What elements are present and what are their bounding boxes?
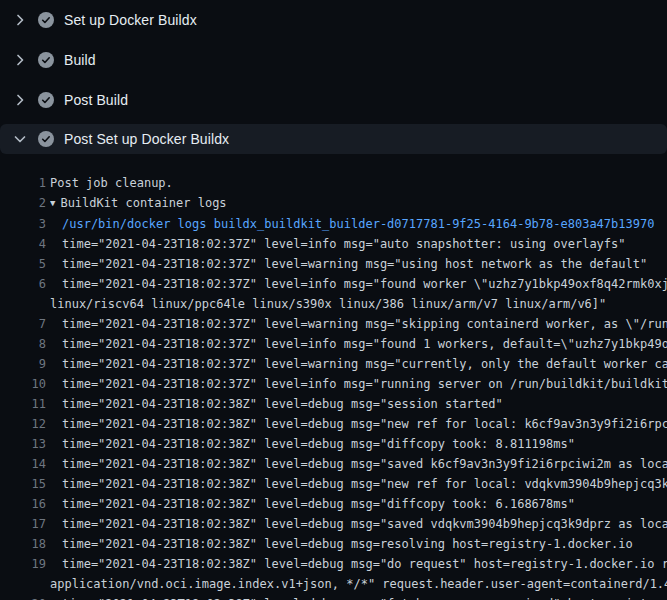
step-label: Post Set up Docker Buildx (64, 131, 229, 147)
step-label: Build (64, 52, 96, 68)
log-line-number[interactable]: 6 (0, 274, 46, 294)
log-line: 12time="2021-04-23T18:02:38Z" level=debu… (0, 414, 667, 434)
log-line: 13time="2021-04-23T18:02:38Z" level=debu… (0, 434, 667, 454)
log-line: 15time="2021-04-23T18:02:38Z" level=debu… (0, 474, 667, 494)
log-line: 19time="2021-04-23T18:02:38Z" level=debu… (0, 554, 667, 574)
log-line-number[interactable]: 2 (0, 193, 46, 214)
log-line: 5time="2021-04-23T18:02:37Z" level=warni… (0, 254, 667, 274)
log-line-number[interactable]: 12 (0, 414, 46, 434)
log-line: 14time="2021-04-23T18:02:38Z" level=debu… (0, 454, 667, 474)
log-line-text: time="2021-04-23T18:02:38Z" level=debug … (62, 394, 503, 414)
log-viewer: Set up Docker Buildx Build Post Build Po… (0, 0, 667, 600)
log-line: 18time="2021-04-23T18:02:38Z" level=debu… (0, 534, 667, 554)
log-line-number[interactable]: 11 (0, 394, 46, 414)
log-line-text: time="2021-04-23T18:02:38Z" level=debug … (62, 554, 667, 574)
log-line-number[interactable]: 10 (0, 374, 46, 394)
log-line-text: application/vnd.oci.image.index.v1+json,… (50, 574, 667, 594)
log-line: 11time="2021-04-23T18:02:38Z" level=debu… (0, 394, 667, 414)
log-line-number[interactable]: 3 (0, 214, 46, 234)
chevron-right-icon (12, 12, 28, 28)
log-line: 8time="2021-04-23T18:02:37Z" level=info … (0, 334, 667, 354)
log-line: 1Post job cleanup. (0, 173, 667, 193)
step-row-post-setup-docker-buildx[interactable]: Post Set up Docker Buildx (0, 124, 667, 154)
log-line: 10time="2021-04-23T18:02:37Z" level=info… (0, 374, 667, 394)
log-line-number[interactable]: 16 (0, 494, 46, 514)
log-line-number[interactable]: 15 (0, 474, 46, 494)
log-line: 7time="2021-04-23T18:02:37Z" level=warni… (0, 314, 667, 334)
step-row-setup-docker-buildx[interactable]: Set up Docker Buildx (0, 0, 667, 40)
log-output: 1Post job cleanup.2▼BuildKit container l… (0, 158, 667, 600)
chevron-right-icon (12, 92, 28, 108)
check-circle-icon (38, 92, 54, 108)
log-line: 3/usr/bin/docker logs buildx_buildkit_bu… (0, 214, 667, 234)
check-circle-icon (38, 12, 54, 28)
step-label: Set up Docker Buildx (64, 12, 197, 28)
log-line-text: time="2021-04-23T18:02:38Z" level=debug … (62, 414, 667, 434)
log-line: linux/riscv64 linux/ppc64le linux/s390x … (0, 294, 667, 314)
log-line-text: time="2021-04-23T18:02:37Z" level=info m… (62, 334, 667, 354)
log-line-number[interactable]: 9 (0, 354, 46, 374)
step-label: Post Build (64, 92, 128, 108)
step-row-build[interactable]: Build (0, 40, 667, 80)
log-line-text: time="2021-04-23T18:02:38Z" level=debug … (62, 474, 667, 494)
log-line-number[interactable]: 8 (0, 334, 46, 354)
log-group-toggle[interactable]: ▼BuildKit container logs (50, 193, 227, 214)
log-line-text: time="2021-04-23T18:02:38Z" level=debug … (62, 494, 575, 514)
group-expanded-triangle-icon[interactable]: ▼ (50, 193, 55, 213)
log-line-number[interactable]: 13 (0, 434, 46, 454)
log-command-text: /usr/bin/docker logs buildx_buildkit_bui… (62, 214, 654, 234)
log-line: 2▼BuildKit container logs (0, 193, 667, 214)
log-line-text: time="2021-04-23T18:02:38Z" level=debug … (62, 454, 667, 474)
log-line: 9time="2021-04-23T18:02:37Z" level=warni… (0, 354, 667, 374)
log-line-text: time="2021-04-23T18:02:37Z" level=warnin… (62, 254, 647, 274)
log-line-number[interactable]: 7 (0, 314, 46, 334)
log-line-text: time="2021-04-23T18:02:38Z" level=debug … (62, 534, 633, 554)
log-line-number (0, 294, 46, 314)
log-line: application/vnd.oci.image.index.v1+json,… (0, 574, 667, 594)
log-line: 16time="2021-04-23T18:02:38Z" level=debu… (0, 494, 667, 514)
log-line: 6time="2021-04-23T18:02:37Z" level=info … (0, 274, 667, 294)
log-line: 20time="2021-04-23T18:02:38Z" level=debu… (0, 594, 667, 600)
group-label: BuildKit container logs (60, 196, 226, 210)
log-line: 17time="2021-04-23T18:02:38Z" level=debu… (0, 514, 667, 534)
log-line-text: time="2021-04-23T18:02:37Z" level=info m… (62, 234, 626, 254)
log-line-number[interactable]: 18 (0, 534, 46, 554)
log-line-number[interactable]: 1 (0, 173, 46, 193)
log-line-number[interactable]: 14 (0, 454, 46, 474)
chevron-down-icon (12, 131, 28, 147)
log-line-number[interactable]: 17 (0, 514, 46, 534)
log-line-number[interactable]: 20 (0, 594, 46, 600)
log-line-number[interactable]: 4 (0, 234, 46, 254)
log-line-text: Post job cleanup. (50, 173, 173, 193)
check-circle-icon (38, 52, 54, 68)
log-line-text: time="2021-04-23T18:02:37Z" level=warnin… (62, 314, 667, 334)
log-line-text: time="2021-04-23T18:02:38Z" level=debug … (62, 434, 575, 454)
step-row-post-build[interactable]: Post Build (0, 80, 667, 120)
log-line-number[interactable]: 19 (0, 554, 46, 574)
log-line: 4time="2021-04-23T18:02:37Z" level=info … (0, 234, 667, 254)
log-line-number[interactable]: 5 (0, 254, 46, 274)
check-circle-icon (38, 131, 54, 147)
chevron-right-icon (12, 52, 28, 68)
log-line-text: time="2021-04-23T18:02:37Z" level=info m… (62, 374, 667, 394)
log-line-text: time="2021-04-23T18:02:37Z" level=warnin… (62, 354, 667, 374)
log-line-number (0, 574, 46, 594)
log-line-text: linux/riscv64 linux/ppc64le linux/s390x … (50, 294, 606, 314)
log-line-text: time="2021-04-23T18:02:38Z" level=debug … (62, 514, 667, 534)
log-line-text: time="2021-04-23T18:02:37Z" level=info m… (62, 274, 667, 294)
log-line-text: time="2021-04-23T18:02:38Z" level=debug … (62, 594, 667, 600)
